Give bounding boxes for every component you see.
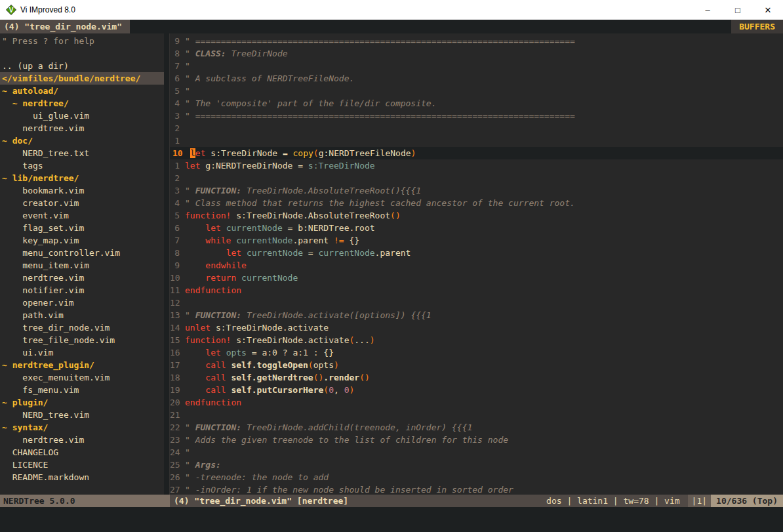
close-button[interactable]: ✕ <box>753 0 783 20</box>
tree-item[interactable]: tags <box>0 159 164 172</box>
tree-blank-line <box>0 47 164 60</box>
tree-item[interactable]: ~ nerdtree/ <box>0 97 164 110</box>
code-line[interactable]: 6 let currentNode = b:NERDTree.root <box>170 222 783 234</box>
tree-item[interactable]: nerdtree.vim <box>0 272 164 284</box>
code-text: " FUNCTION: TreeDirNode.activate([option… <box>185 309 432 321</box>
tree-item[interactable]: </vimfiles/bundle/nerdtree/ <box>0 72 164 85</box>
code-line[interactable]: 17 call self.toggleOpen(opts) <box>170 359 783 371</box>
tree-item[interactable]: nerdtree.vim <box>0 122 164 134</box>
tree-item[interactable]: ~ nerdtree_plugin/ <box>0 359 164 371</box>
code-line[interactable]: 2 <box>170 122 783 134</box>
window-separator[interactable] <box>164 33 170 495</box>
code-line[interactable]: 1 <box>170 134 783 147</box>
tree-item[interactable]: README.markdown <box>0 471 164 483</box>
tree-item[interactable]: ~ syntax/ <box>0 421 164 434</box>
code-text: " <box>185 60 190 72</box>
tree-item[interactable]: tree_dir_node.vim <box>0 321 164 334</box>
code-line[interactable]: 14unlet s:TreeDirNode.activate <box>170 321 783 334</box>
tree-item[interactable]: ~ doc/ <box>0 134 164 147</box>
code-line[interactable]: 11endfunction <box>170 284 783 297</box>
code-line[interactable]: 15function! s:TreeDirNode.activate(...) <box>170 334 783 346</box>
tree-item[interactable]: flag_set.vim <box>0 222 164 234</box>
code-line[interactable]: 4" Class method that returns the highest… <box>170 197 783 209</box>
tree-item[interactable]: menu_item.vim <box>0 259 164 272</box>
code-line[interactable]: 21 <box>170 409 783 421</box>
code-line[interactable]: 20endfunction <box>170 396 783 409</box>
code-line[interactable]: 7" <box>170 60 783 72</box>
line-number: 25 <box>170 459 185 471</box>
tree-item[interactable]: .. (up a dir) <box>0 60 164 72</box>
line-number: 22 <box>170 421 185 434</box>
code-text: let s:TreeDirNode = copy(g:NERDTreeFileN… <box>190 147 416 159</box>
code-line[interactable]: 12 <box>170 297 783 309</box>
tree-item[interactable]: bookmark.vim <box>0 184 164 197</box>
code-line[interactable]: 5function! s:TreeDirNode.AbsoluteTreeRoo… <box>170 209 783 222</box>
tree-item[interactable]: notifier.vim <box>0 284 164 297</box>
code-line[interactable]: 23" Adds the given treenode to the list … <box>170 434 783 446</box>
code-line[interactable]: 8 let currentNode = currentNode.parent <box>170 247 783 259</box>
code-line[interactable]: 22" FUNCTION: TreeDirNode.addChild(treen… <box>170 421 783 434</box>
code-line[interactable]: 3" =====================================… <box>170 110 783 122</box>
code-line[interactable]: 9" =====================================… <box>170 35 783 47</box>
code-text: " <box>185 85 190 97</box>
tree-item[interactable]: fs_menu.vim <box>0 384 164 396</box>
line-number: 3 <box>170 184 185 197</box>
code-text: let g:NERDTreeDirNode = s:TreeDirNode <box>185 159 375 172</box>
code-text: let currentNode = currentNode.parent <box>185 247 411 259</box>
tree-item[interactable]: ~ lib/nerdtree/ <box>0 172 164 184</box>
code-text: function! s:TreeDirNode.AbsoluteTreeRoot… <box>185 209 401 222</box>
code-line[interactable]: 6" A subclass of NERDTreeFileNode. <box>170 72 783 85</box>
tree-item[interactable]: LICENCE <box>0 459 164 471</box>
code-line[interactable]: 9 endwhile <box>170 259 783 272</box>
code-line[interactable]: 27" -inOrder: 1 if the new node should b… <box>170 483 783 495</box>
tree-item[interactable]: NERD_tree.txt <box>0 147 164 159</box>
tree-item[interactable]: creator.vim <box>0 197 164 209</box>
editor-panel: 9" =====================================… <box>170 33 783 495</box>
code-line[interactable]: 19 call self.putCursorHere(0, 0) <box>170 384 783 396</box>
tree-item[interactable]: tree_file_node.vim <box>0 334 164 346</box>
code-line[interactable]: 25" Args: <box>170 459 783 471</box>
line-number: 8 <box>170 247 185 259</box>
buffer-tab[interactable]: (4) "tree_dir_node.vim" <box>0 20 130 33</box>
line-number: 18 <box>170 371 185 384</box>
tree-item[interactable]: path.vim <box>0 309 164 321</box>
code-text: call self.putCursorHere(0, 0) <box>185 384 354 396</box>
code-line-current[interactable]: 10let s:TreeDirNode = copy(g:NERDTreeFil… <box>170 147 783 159</box>
tree-item[interactable]: opener.vim <box>0 297 164 309</box>
code-text: " -treenode: the node to add <box>185 471 329 483</box>
minimize-button[interactable]: – <box>693 0 723 20</box>
tree-item[interactable]: NERD_tree.vim <box>0 409 164 421</box>
line-number: 16 <box>170 346 185 359</box>
tree-item[interactable]: exec_menuitem.vim <box>0 371 164 384</box>
maximize-button[interactable]: □ <box>723 0 753 20</box>
code-line[interactable]: 16 let opts = a:0 ? a:1 : {} <box>170 346 783 359</box>
code-line[interactable]: 1let g:NERDTreeDirNode = s:TreeDirNode <box>170 159 783 172</box>
tree-item[interactable]: " Press ? for help <box>0 35 164 47</box>
tree-item[interactable]: key_map.vim <box>0 234 164 247</box>
code-line[interactable]: 18 call self.getNerdtree().render() <box>170 371 783 384</box>
line-number: 6 <box>170 72 185 85</box>
code-line[interactable]: 13" FUNCTION: TreeDirNode.activate([opti… <box>170 309 783 321</box>
code-line[interactable]: 26" -treenode: the node to add <box>170 471 783 483</box>
code-line[interactable]: 8" CLASS: TreeDirNode <box>170 47 783 60</box>
nerdtree-panel: " Press ? for help.. (up a dir)</vimfile… <box>0 33 164 495</box>
tree-item[interactable]: event.vim <box>0 209 164 222</box>
tree-item[interactable]: ui_glue.vim <box>0 110 164 122</box>
code-line[interactable]: 2 <box>170 172 783 184</box>
line-number: 21 <box>170 409 185 421</box>
code-line[interactable]: 3" FUNCTION: TreeDirNode.AbsoluteTreeRoo… <box>170 184 783 197</box>
tree-item[interactable]: nerdtree.vim <box>0 434 164 446</box>
tree-item[interactable]: ~ plugin/ <box>0 396 164 409</box>
code-line[interactable]: 10 return currentNode <box>170 272 783 284</box>
tree-item[interactable]: ui.vim <box>0 346 164 359</box>
code-line[interactable]: 24" <box>170 446 783 459</box>
code-text: " A subclass of NERDTreeFileNode. <box>185 72 354 85</box>
tree-item[interactable]: menu_controller.vim <box>0 247 164 259</box>
code-line[interactable]: 5" <box>170 85 783 97</box>
code-line[interactable]: 7 while currentNode.parent != {} <box>170 234 783 247</box>
statusline-right: dos | latin1 | tw=78 | vim |1| 10/636 (T… <box>538 495 783 507</box>
code-text: " ======================================… <box>185 35 575 47</box>
tree-item[interactable]: CHANGELOG <box>0 446 164 459</box>
tree-item[interactable]: ~ autoload/ <box>0 85 164 97</box>
code-line[interactable]: 4" The 'composite' part of the file/dir … <box>170 97 783 110</box>
